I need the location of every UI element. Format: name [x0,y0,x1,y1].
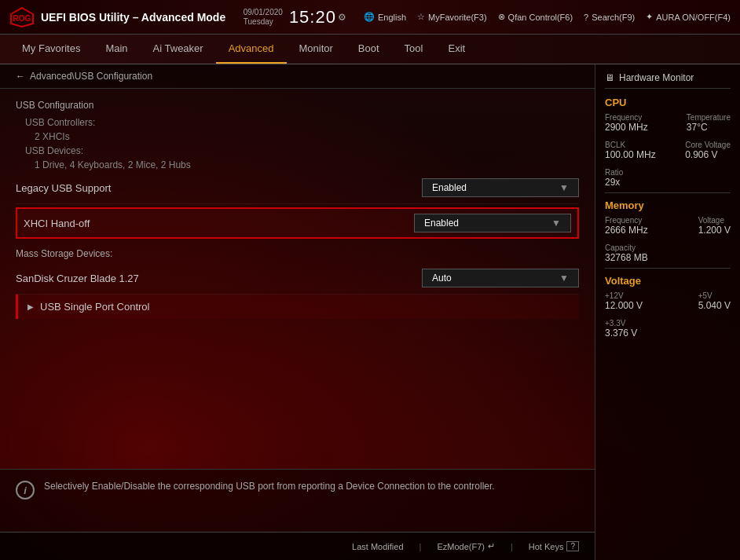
memory-frequency-value: 2666 MHz [605,225,648,236]
search-icon: ? [584,13,588,22]
breadcrumb: ← Advanced\USB Configuration [0,64,595,89]
memory-capacity-item: Capacity 32768 MB [605,243,731,263]
ez-mode-button[interactable]: EzMode(F7) ↵ [437,541,495,551]
top-bar: ROG UEFI BIOS Utility – Advanced Mode 09… [0,0,740,35]
sandisk-dropdown[interactable]: Auto ▼ [422,269,579,287]
datetime-area: 09/01/2020Tuesday 15:20 ⚙ [244,7,346,27]
cpu-core-voltage-value: 0.906 V [685,149,731,160]
voltage-divider [605,268,731,269]
nav-my-favorites[interactable]: My Favorites [9,35,93,64]
info-text: Selectively Enable/Disable the correspon… [44,479,495,493]
nav-main[interactable]: Main [93,35,140,64]
usb-single-port-label: USB Single Port Control [40,301,149,313]
expand-chevron-icon: ▶ [27,302,34,311]
clock-settings-icon[interactable]: ⚙ [338,12,346,23]
cpu-ratio-item: Ratio 29x [605,168,731,188]
memory-capacity-value: 32768 MB [605,252,731,263]
nav-advanced[interactable]: Advanced [216,35,287,64]
search-button[interactable]: ? Search(F9) [584,13,635,22]
sandisk-label: SanDisk Cruzer Blade 1.27 [16,273,139,284]
cpu-bclk-value: 100.00 MHz [605,149,656,160]
v12-label: +12V [605,291,643,300]
legacy-usb-support-value: Enabled [432,182,467,193]
voltage-section-header: Voltage [605,275,731,287]
cpu-frequency-value: 2900 MHz [605,122,648,133]
breadcrumb-path: Advanced\USB Configuration [30,71,152,82]
xhci-handoff-label: XHCI Hand-off [24,218,90,229]
aura-button[interactable]: ✦ AURA ON/OFF(F4) [646,12,731,22]
memory-frequency-row: Frequency 2666 MHz Voltage 1.200 V [605,216,731,240]
back-arrow-icon[interactable]: ← [16,71,25,82]
xhci-handoff-row: XHCI Hand-off Enabled ▼ [16,207,579,239]
fan-icon: ⊗ [498,12,505,22]
nav-monitor[interactable]: Monitor [287,35,346,64]
v5-label: +5V [698,291,731,300]
nav-bar: My Favorites Main Ai Tweaker Advanced Mo… [0,35,740,64]
info-icon: i [16,481,35,500]
star-icon: ☆ [417,12,425,22]
voltage-12-5-row: +12V 12.000 V +5V 5.040 V [605,291,731,316]
question-mark-icon: ? [566,541,579,551]
memory-capacity-label: Capacity [605,243,731,252]
cpu-frequency-label: Frequency [605,113,648,122]
cpu-ratio-value: 29x [605,177,731,188]
hw-monitor-title: 🖥 Hardware Monitor [605,72,731,89]
settings-area: USB Configuration USB Controllers: 2 XHC… [0,89,595,469]
xhci-handoff-value: Enabled [424,218,459,229]
legacy-usb-support-dropdown[interactable]: Enabled ▼ [422,178,579,197]
monitor-icon: 🖥 [605,72,614,83]
last-modified-button[interactable]: Last Modified [352,542,403,551]
cpu-temperature-value: 37°C [687,122,731,133]
cpu-bclk-row: BCLK 100.00 MHz Core Voltage 0.906 V [605,141,731,165]
usb-devices-label: USB Devices: [16,144,579,158]
dropdown-arrow-icon: ▼ [559,182,569,193]
nav-exit[interactable]: Exit [435,35,478,64]
v5-value: 5.040 V [698,300,731,311]
usb-devices-value: 1 Drive, 4 Keyboards, 2 Mice, 2 Hubs [16,158,579,172]
sandisk-dropdown-arrow-icon: ▼ [559,273,569,284]
xhci-handoff-dropdown[interactable]: Enabled ▼ [414,214,571,232]
sandisk-value: Auto [432,273,452,284]
svg-text:ROG: ROG [13,14,31,23]
aura-icon: ✦ [646,12,653,22]
v33-label: +3.3V [605,319,731,328]
hardware-monitor-sidebar: 🖥 Hardware Monitor CPU Frequency 2900 MH… [595,64,740,560]
memory-voltage-label: Voltage [698,216,731,225]
memory-voltage-value: 1.200 V [698,225,731,236]
logo-area: ROG UEFI BIOS Utility – Advanced Mode [9,6,225,28]
nav-boot[interactable]: Boot [346,35,392,64]
ez-mode-arrow-icon: ↵ [488,541,495,551]
legacy-usb-support-row: Legacy USB Support Enabled ▼ [16,172,579,204]
globe-icon: 🌐 [364,12,375,22]
divider-2: | [511,542,513,551]
qfan-label: Qfan Control(F6) [508,13,573,22]
search-label: Search(F9) [592,13,635,22]
usb-config-title: USB Configuration [16,98,579,112]
v12-value: 12.000 V [605,300,643,311]
cpu-temperature-label: Temperature [687,113,731,122]
cpu-section-header: CPU [605,97,731,108]
language-selector[interactable]: 🌐 English [364,12,406,22]
cpu-ratio-label: Ratio [605,168,731,177]
memory-frequency-label: Frequency [605,216,648,225]
date-display: 09/01/2020Tuesday [244,8,283,27]
mass-storage-label: Mass Storage Devices: [16,242,579,262]
hot-keys-button[interactable]: Hot Keys ? [529,541,579,551]
sandisk-row: SanDisk Cruzer Blade 1.27 Auto ▼ [16,262,579,295]
v33-value: 3.376 V [605,328,731,339]
divider-1: | [419,542,422,551]
usb-single-port-control-row[interactable]: ▶ USB Single Port Control [16,295,579,319]
language-label: English [378,13,406,22]
main-content: ← Advanced\USB Configuration USB Configu… [0,64,595,560]
nav-tool[interactable]: Tool [392,35,436,64]
bios-title: UEFI BIOS Utility – Advanced Mode [41,11,225,24]
nav-ai-tweaker[interactable]: Ai Tweaker [141,35,216,64]
cpu-core-voltage-label: Core Voltage [685,141,731,149]
xhci-dropdown-arrow-icon: ▼ [551,218,561,229]
memory-divider [605,192,731,193]
my-favorite-button[interactable]: ☆ MyFavorite(F3) [417,12,487,22]
rog-logo-icon: ROG [9,6,35,28]
time-display: 15:20 [289,7,336,27]
info-panel: i Selectively Enable/Disable the corresp… [0,469,595,532]
qfan-button[interactable]: ⊗ Qfan Control(F6) [498,12,573,22]
